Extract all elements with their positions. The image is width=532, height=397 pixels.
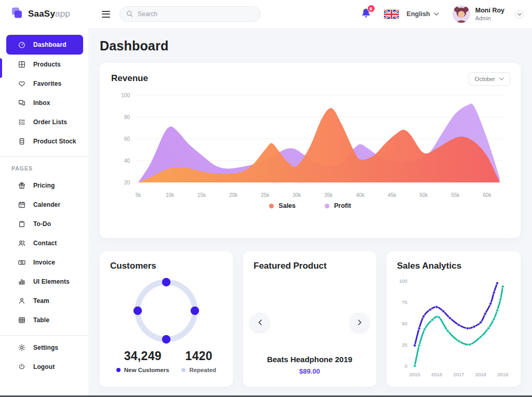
sidebar-item-inbox[interactable]: Inbox [6,94,83,112]
svg-text:2018: 2018 [475,372,486,377]
next-product-button[interactable] [350,313,369,332]
revenue-chart: 204060801005k10k15k20k25k30k35k40k45k50k… [111,91,509,201]
svg-text:35k: 35k [324,192,333,198]
sidebar-item-products[interactable]: Products [6,55,83,74]
brand-logo-icon [10,6,24,22]
invoice-icon [18,258,26,267]
sidebar-section: DashboardProductsFavoritesInboxOrder Lis… [0,32,88,156]
main-content: Dashboard Revenue October 204060801005k1… [88,28,532,395]
search [119,6,261,22]
sidebar-item-to-do[interactable]: To-Do [6,215,83,233]
svg-text:15k: 15k [197,192,206,198]
chevron-left-icon [258,320,262,325]
sidebar-item-calender[interactable]: Calender [6,195,83,214]
sidebar-item-label: Favorites [33,80,61,87]
brand[interactable]: SaaSyapp [0,6,88,22]
stat-new-customers: 34,249 New Customers [116,349,169,373]
user-info: Moni Roy Admin [475,7,504,21]
legend-dot [269,204,274,208]
legend-item-sales: Sales [269,202,296,209]
svg-text:55k: 55k [451,192,460,198]
sidebar-item-ui-elements[interactable]: UI Elements [6,272,83,291]
sidebar-item-team[interactable]: Team [6,292,83,310]
sidebar-section: SettingsLogout [0,335,88,382]
svg-text:45k: 45k [388,192,396,198]
product-name: Beats Headphone 2019 [243,355,376,364]
new-customers-dot [116,368,121,372]
sidebar-item-product-stock[interactable]: Product Stock [6,132,83,151]
period-dropdown[interactable]: October [469,72,510,86]
user-menu[interactable]: Moni Roy Admin [453,5,524,23]
search-icon [126,10,134,20]
sidebar-item-dashboard[interactable]: Dashboard [6,35,83,55]
customers-stats: 34,249 New Customers 1420 Repeated [110,349,222,373]
user-role: Admin [475,15,504,21]
svg-text:25k: 25k [261,192,270,198]
sales-area [138,108,500,182]
analytics-card-title: Sales Analytics [397,261,510,271]
customers-card: Customers 34,249 New Customers 1420 [100,252,233,387]
svg-text:75: 75 [402,299,407,305]
sidebar-item-invoice[interactable]: Invoice [6,253,83,272]
legend-label: Sales [278,202,296,209]
sidebar-item-label: Product Stock [33,138,76,145]
sidebar-item-pricing[interactable]: Pricing [6,176,83,195]
svg-text:60: 60 [124,136,130,142]
user-name: Moni Roy [475,7,504,15]
svg-text:60k: 60k [483,192,492,198]
sidebar: DashboardProductsFavoritesInboxOrder Lis… [0,28,88,395]
legend-dot [325,204,329,208]
featured-card-title: Featured Product [254,261,366,271]
product-stock-icon [18,137,26,145]
sidebar-item-logout[interactable]: Logout [6,358,83,376]
settings-icon [18,343,26,352]
svg-text:30k: 30k [292,192,301,198]
language-selector[interactable]: English [384,9,439,19]
stat-repeated: 1420 Repeated [181,349,216,373]
svg-text:100: 100 [121,92,130,98]
menu-toggle-button[interactable] [100,9,112,20]
revenue-card-title: Revenue [111,73,509,84]
customers-card-title: Customers [110,261,222,271]
svg-text:5k: 5k [136,192,142,198]
active-item-indicator [0,58,2,78]
sidebar-item-label: Invoice [33,259,55,266]
svg-text:80: 80 [124,114,130,120]
svg-text:40: 40 [124,158,130,164]
notifications-button[interactable]: 6 [361,7,371,21]
sidebar-item-contact[interactable]: Contact [6,234,83,253]
featured-product-card: Featured Product Beats Headphone 2019 $8… [243,252,376,387]
legend-label: Profit [334,202,351,209]
svg-text:50: 50 [402,321,407,326]
sidebar-item-favorites[interactable]: Favorites [6,74,83,93]
sidebar-item-table[interactable]: Table [6,311,83,329]
sidebar-item-order-lists[interactable]: Order Lists [6,113,83,131]
svg-text:40k: 40k [356,192,365,198]
search-input[interactable] [119,6,261,22]
repeated-dot [181,368,185,372]
favorites-icon [18,80,26,88]
sidebar-item-label: Inbox [33,99,50,107]
svg-text:100: 100 [399,278,407,284]
sidebar-item-label: Settings [33,344,58,351]
prev-product-button[interactable] [250,313,269,332]
user-menu-chevron[interactable] [515,10,524,19]
sales-analytics-svg: 025507510020152016201720182019 [397,274,510,380]
order-lists-icon [18,118,26,126]
customers-donut-svg [127,272,206,350]
notification-badge: 6 [367,5,375,12]
header: SaaSyapp 6 [0,0,532,28]
brand-name: SaaSyapp [28,9,70,19]
sidebar-item-label: Logout [33,363,55,370]
sidebar-item-label: Dashboard [33,41,66,48]
dashboard-icon [18,41,26,49]
calender-icon [18,201,26,209]
sidebar-item-label: Order Lists [33,118,67,126]
header-right: 6 English [361,5,532,23]
svg-text:2017: 2017 [453,372,464,377]
sidebar-item-settings[interactable]: Settings [6,338,83,357]
sidebar-item-label: Products [33,61,61,68]
todo-icon [18,220,26,228]
svg-text:2019: 2019 [497,372,508,377]
revenue-card: Revenue October 204060801005k10k15k20k25… [100,63,521,238]
